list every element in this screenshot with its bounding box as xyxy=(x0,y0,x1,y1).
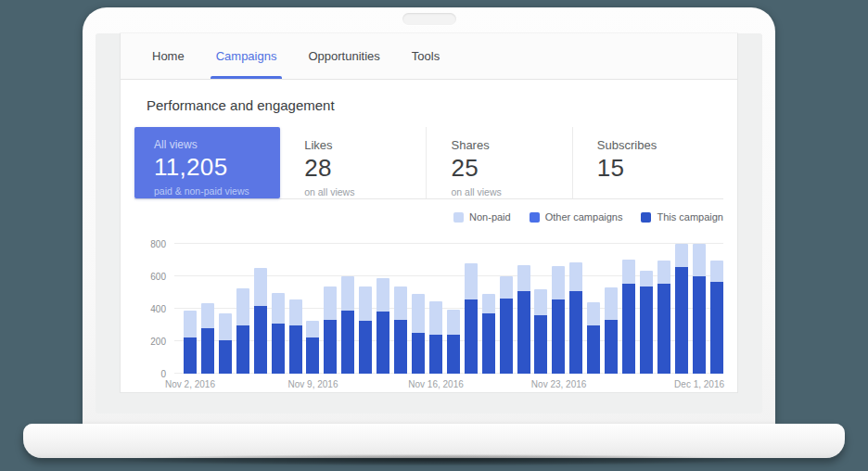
legend-label: This campaign xyxy=(657,211,723,223)
nav-item-campaigns[interactable]: Campaigns xyxy=(211,33,283,79)
bar[interactable] xyxy=(587,302,600,374)
bar[interactable] xyxy=(465,263,478,374)
bar-segment xyxy=(289,299,302,325)
bar[interactable] xyxy=(359,286,372,374)
bar[interactable] xyxy=(429,301,442,374)
bar-segment xyxy=(429,335,442,374)
bar[interactable] xyxy=(219,313,232,374)
bar-segment xyxy=(569,262,582,291)
bar-segment xyxy=(465,263,478,299)
bar[interactable] xyxy=(306,321,319,374)
bar[interactable] xyxy=(640,271,653,374)
bar[interactable] xyxy=(675,244,688,374)
bar[interactable] xyxy=(657,261,670,375)
bar-segment xyxy=(447,310,460,335)
bar-segment xyxy=(236,288,249,325)
bar-segment xyxy=(254,268,267,305)
nav-item-tools[interactable]: Tools xyxy=(406,33,445,79)
bar[interactable] xyxy=(289,299,302,374)
bar-segment xyxy=(640,271,653,286)
bar-segment xyxy=(622,284,635,374)
stat-card-subscribes[interactable]: Subscribes 15 xyxy=(572,127,723,198)
bar[interactable] xyxy=(272,293,285,374)
bar-segment xyxy=(482,294,495,313)
nav-item-home[interactable]: Home xyxy=(147,33,190,79)
bar-segment xyxy=(184,337,197,374)
bar-segment xyxy=(219,313,232,340)
bar-segment xyxy=(693,244,706,276)
x-axis-tick: Dec 1, 2016 xyxy=(674,379,724,389)
app-window: HomeCampaignsOpportunitiesTools Performa… xyxy=(121,33,737,392)
x-axis-tick: Nov 2, 2016 xyxy=(165,379,215,389)
legend-swatch-icon xyxy=(530,212,540,223)
bar[interactable] xyxy=(201,303,214,374)
bar-segment xyxy=(429,301,442,335)
bar-segment xyxy=(710,282,723,374)
bar-segment xyxy=(675,244,688,267)
bar-segment xyxy=(605,320,618,374)
bar[interactable] xyxy=(569,262,582,374)
bar[interactable] xyxy=(184,311,197,374)
stat-card-all-views[interactable]: All views 11,205 paid & non-paid views xyxy=(134,127,280,198)
bar[interactable] xyxy=(710,261,723,375)
bar-segment xyxy=(306,321,319,337)
bar[interactable] xyxy=(605,287,618,374)
legend-item: This campaign xyxy=(641,211,723,223)
stat-sublabel: on all views xyxy=(451,186,571,197)
bar[interactable] xyxy=(394,286,407,375)
y-axis-tick: 600 xyxy=(134,272,166,282)
x-axis-tick: Nov 23, 2016 xyxy=(531,379,587,389)
y-axis-tick: 0 xyxy=(134,369,166,379)
x-axis-tick: Nov 9, 2016 xyxy=(288,379,338,389)
bar[interactable] xyxy=(500,276,513,374)
bar[interactable] xyxy=(482,294,495,374)
bar[interactable] xyxy=(341,276,354,374)
bar[interactable] xyxy=(324,286,337,375)
stat-card-likes[interactable]: Likes 28 on all views xyxy=(280,127,426,198)
bar-segment xyxy=(517,291,530,374)
stacked-bar-chart: 0200400600800 Nov 2, 2016Nov 9, 2016Nov … xyxy=(174,244,723,374)
legend-label: Non-paid xyxy=(469,211,511,223)
camera-notch xyxy=(402,13,456,25)
bar[interactable] xyxy=(412,294,425,374)
stats-row: All views 11,205 paid & non-paid views L… xyxy=(134,127,723,199)
stat-label: Likes xyxy=(304,138,426,152)
bar[interactable] xyxy=(254,268,267,374)
laptop-screen: HomeCampaignsOpportunitiesTools Performa… xyxy=(83,7,775,425)
bar[interactable] xyxy=(447,310,460,374)
bar[interactable] xyxy=(377,278,389,374)
y-axis-tick: 400 xyxy=(134,304,166,314)
bar-segment xyxy=(710,261,723,283)
bar[interactable] xyxy=(236,288,249,374)
stat-value: 25 xyxy=(451,154,571,183)
bar-segment xyxy=(569,291,582,374)
bar-segment xyxy=(412,333,425,374)
bar-segment xyxy=(447,335,460,374)
bar-segment xyxy=(605,287,618,320)
stat-label: Shares xyxy=(451,138,571,152)
y-axis-tick: 200 xyxy=(134,337,166,347)
stat-label: All views xyxy=(154,138,280,151)
legend-swatch-icon xyxy=(453,212,464,223)
bar[interactable] xyxy=(693,244,706,374)
bar-segment xyxy=(377,278,389,312)
nav-item-opportunities[interactable]: Opportunities xyxy=(302,33,385,79)
bar-segment xyxy=(622,260,635,284)
bar-segment xyxy=(289,325,302,374)
bar[interactable] xyxy=(622,260,635,374)
stat-label: Subscribes xyxy=(597,138,723,152)
stat-value: 28 xyxy=(304,154,426,183)
laptop-shadow xyxy=(17,452,851,467)
bar[interactable] xyxy=(517,265,530,374)
bar-segment xyxy=(394,320,407,374)
bar[interactable] xyxy=(552,266,565,374)
stat-card-shares[interactable]: Shares 25 on all views xyxy=(426,127,571,198)
bar-segment xyxy=(517,265,530,291)
bar-segment xyxy=(534,315,547,374)
bar-segment xyxy=(324,320,337,374)
bar[interactable] xyxy=(534,289,547,374)
x-axis-tick: Nov 16, 2016 xyxy=(408,379,464,389)
page-title: Performance and engagement xyxy=(121,80,737,127)
bar-segment xyxy=(201,328,214,374)
bar-segment xyxy=(500,276,513,299)
